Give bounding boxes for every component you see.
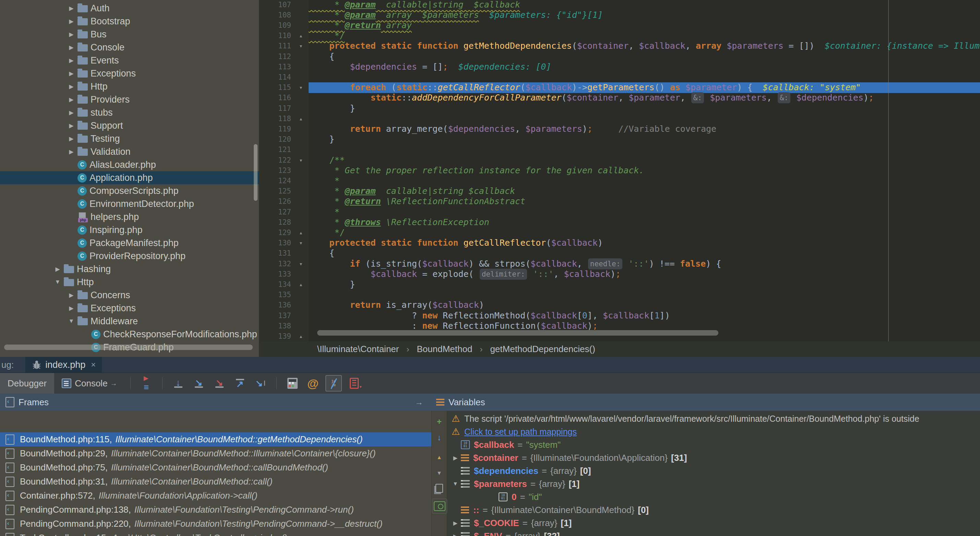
tree-item-Middleware[interactable]: ▼Middleware (0, 315, 259, 328)
tree-item-Http[interactable]: ▼Http (0, 276, 259, 289)
code-line-119[interactable]: 119 return array_merge($dependencies, $p… (259, 124, 980, 134)
tree-item-Exceptions[interactable]: ▶Exceptions (0, 302, 259, 315)
pin-arrow-icon[interactable]: → (415, 397, 423, 407)
force-step-into-button[interactable]: ↘ (211, 375, 228, 392)
breadcrumb-item[interactable]: \Illuminate\Container (317, 344, 399, 354)
fold-marker-icon[interactable]: ▴ (293, 33, 309, 38)
restore-layout-button[interactable]: ▾ (346, 375, 363, 392)
step-into-button[interactable]: ↘ (191, 375, 207, 392)
chevron-right-icon[interactable]: ▶ (65, 135, 78, 142)
variable-row-$container[interactable]: ▶$container={Illuminate\Foundation\Appli… (447, 451, 980, 464)
tree-vertical-scrollbar[interactable] (254, 144, 258, 201)
frame-row-7[interactable]: PendingCommand.php:220,Illuminate\Founda… (0, 517, 431, 531)
watch-method-return-values-button[interactable]: @ (305, 375, 321, 392)
frame-row-6[interactable]: PendingCommand.php:138,Illuminate\Founda… (0, 503, 431, 517)
code-line-128[interactable]: 128 * @throws \ReflectionException (259, 217, 980, 228)
tree-item-Exceptions[interactable]: ▶Exceptions (0, 67, 259, 80)
tree-item-ProviderRepository.php[interactable]: CProviderRepository.php (0, 249, 259, 263)
chevron-right-icon[interactable]: ▶ (65, 31, 78, 38)
chevron-right-icon[interactable]: ▶ (65, 122, 78, 129)
code-line-107[interactable]: 107 * @param callable|string $callback (259, 0, 980, 10)
code-line-114[interactable]: 114 (259, 72, 980, 82)
frame-row-4[interactable]: BoundMethod.php:31,Illuminate\Container\… (0, 475, 431, 489)
code-line-132[interactable]: 132▾ if (is_string($callback) && strpos(… (259, 258, 980, 269)
frame-row-8[interactable]: TaskController.php:15,App\Http\Controlle… (0, 531, 431, 536)
code-line-135[interactable]: 135 (259, 290, 980, 300)
chevron-right-icon[interactable]: ▶ (51, 266, 64, 273)
tree-horizontal-scrollbar[interactable] (4, 345, 253, 350)
tab-console[interactable]: Console → (54, 373, 124, 394)
code-line-108[interactable]: 108 * @param array $parameters $paramete… (259, 10, 980, 20)
variable-row-0[interactable]: 10 010="id" (447, 490, 980, 503)
memory-view-camera-icon[interactable] (432, 499, 447, 514)
tree-item-EnvironmentDetector.php[interactable]: CEnvironmentDetector.php (0, 197, 259, 211)
variable-row-$_ENV[interactable]: ▶$_ENV={array}[32] (447, 530, 980, 536)
chevron-right-icon[interactable]: ▶ (450, 520, 461, 526)
code-line-126[interactable]: 126 * @return \ReflectionFunctionAbstrac… (259, 196, 980, 207)
code-line-124[interactable]: 124 * (259, 175, 980, 186)
chevron-right-icon[interactable]: ▶ (450, 533, 461, 536)
variable-row-$dependencies[interactable]: $dependencies={array}[0] (447, 464, 980, 477)
tree-item-helpers.php[interactable]: phphelpers.php (0, 211, 259, 223)
code-line-117[interactable]: 117 } (259, 103, 980, 113)
code-line-138[interactable]: 138 : new ReflectionFunction($callback); (259, 321, 980, 331)
code-line-115[interactable]: 115▾ foreach (static::getCallReflector($… (259, 82, 980, 93)
evaluate-expression-button[interactable] (284, 375, 301, 392)
fold-marker-icon[interactable]: ▾ (293, 240, 309, 246)
variable-row-$callback[interactable]: 10 01$callback="system" (447, 438, 980, 451)
fold-marker-icon[interactable]: ▾ (293, 158, 309, 163)
frame-row-2[interactable]: BoundMethod.php:29,Illuminate\Container\… (0, 447, 431, 461)
chevron-right-icon[interactable]: ▶ (65, 18, 78, 25)
code-line-127[interactable]: 127 * (259, 207, 980, 217)
code-line-130[interactable]: 130▾ protected static function getCallRe… (259, 238, 980, 249)
show-execution-point-button[interactable]: ▶ ≡ (138, 375, 154, 392)
fold-marker-icon[interactable]: ▴ (293, 282, 309, 287)
path-mappings-link[interactable]: Click to set up path mappings (464, 427, 577, 437)
code-line-113[interactable]: 113 $dependencies = []; $dependencies: [… (259, 61, 980, 72)
chevron-right-icon[interactable]: ▶ (65, 83, 78, 90)
step-over-button[interactable]: ↓ (170, 375, 186, 392)
fold-marker-icon[interactable]: ▴ (293, 116, 309, 121)
code-editor[interactable]: 107 * @param callable|string $callback10… (259, 0, 980, 341)
chevron-right-icon[interactable]: ▶ (65, 305, 78, 312)
scroll-up-icon[interactable]: ▲ (432, 451, 447, 464)
tree-item-Concerns[interactable]: ▶Concerns (0, 289, 259, 302)
tree-item-CheckResponseForModifications.php[interactable]: CCheckResponseForModifications.php (0, 328, 259, 341)
frame-row-5[interactable]: Container.php:572,Illuminate\Foundation\… (0, 489, 431, 503)
path-mappings-link-row[interactable]: ⚠Click to set up path mappings (447, 425, 980, 438)
breadcrumb-item[interactable]: BoundMethod (417, 344, 472, 354)
tree-item-Http[interactable]: ▶Http (0, 80, 259, 93)
copy-stack-icon[interactable] (432, 482, 447, 495)
code-line-116[interactable]: 116 static::addDependencyForCallParamete… (259, 93, 980, 103)
run-to-cursor-button[interactable]: ↘ I (252, 375, 269, 392)
session-tab-index-php[interactable]: index.php × (25, 357, 102, 373)
add-watch-icon[interactable]: + (432, 415, 447, 429)
tree-item-Auth[interactable]: ▶Auth (0, 2, 259, 15)
tree-item-AliasLoader.php[interactable]: CAliasLoader.php (0, 158, 259, 171)
fold-marker-icon[interactable]: ▴ (293, 230, 309, 235)
scroll-down-icon[interactable]: ▼ (432, 466, 447, 480)
tree-item-Support[interactable]: ▶Support (0, 119, 259, 132)
code-line-122[interactable]: 122▾ /** (259, 155, 980, 165)
tab-debugger[interactable]: Debugger (0, 373, 54, 394)
tree-item-Events[interactable]: ▶Events (0, 54, 259, 67)
code-line-110[interactable]: 110▴ */ (259, 30, 980, 41)
code-line-111[interactable]: 111▾ protected static function getMethod… (259, 41, 980, 51)
variables-menu-icon[interactable] (436, 399, 444, 405)
fold-marker-icon[interactable]: ▴ (293, 333, 309, 339)
breadcrumb-item[interactable]: getMethodDependencies() (490, 344, 595, 354)
tree-item-PackageManifest.php[interactable]: CPackageManifest.php (0, 236, 259, 249)
tree-item-Hashing[interactable]: ▶Hashing (0, 263, 259, 276)
tree-item-Inspiring.php[interactable]: CInspiring.php (0, 223, 259, 236)
chevron-right-icon[interactable]: ▶ (65, 57, 78, 64)
variable-row-::[interactable]: ::={Illuminate\Container\BoundMethod}[0] (447, 503, 980, 517)
tree-item-Bootstrap[interactable]: ▶Bootstrap (0, 15, 259, 28)
chevron-down-icon[interactable]: ▼ (51, 279, 64, 286)
chevron-right-icon[interactable]: ▶ (65, 109, 78, 116)
variable-row-$_COOKIE[interactable]: ▶$_COOKIE={array}[1] (447, 517, 980, 530)
variable-row-$parameters[interactable]: ▼$parameters={array}[1] (447, 477, 980, 490)
tree-item-Providers[interactable]: ▶Providers (0, 93, 259, 106)
tree-item-ComposerScripts.php[interactable]: CComposerScripts.php (0, 184, 259, 197)
chevron-right-icon[interactable]: ▶ (65, 148, 78, 155)
tree-item-Bus[interactable]: ▶Bus (0, 28, 259, 41)
